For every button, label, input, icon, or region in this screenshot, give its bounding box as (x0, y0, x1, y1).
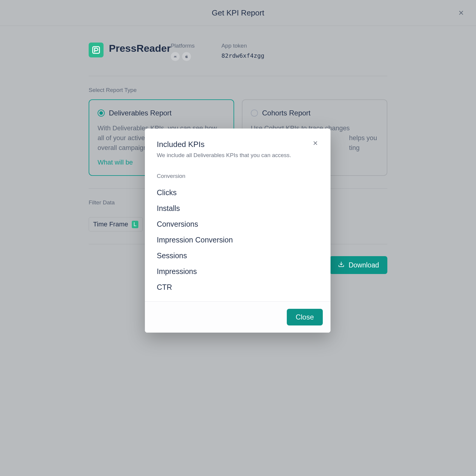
popup-title: Included KPIs (157, 140, 204, 149)
app-logo-icon (89, 43, 104, 57)
kpi-item: Impression Conversion (157, 232, 319, 248)
token-label: App token (221, 43, 264, 49)
kpi-item: Clicks (157, 185, 319, 201)
timeframe-label: Time Frame (93, 220, 128, 228)
report-type-label: Select Report Type (89, 87, 387, 93)
radio-cohorts[interactable] (251, 109, 258, 117)
kpi-item: Installs (157, 201, 319, 216)
token-value: 82rdw6xf4zgg (221, 52, 264, 59)
deliverables-title: Deliverables Report (109, 109, 172, 117)
svg-rect-0 (93, 47, 100, 54)
timeframe-filter[interactable]: Time Frame L (89, 217, 143, 231)
platforms-block: Platforms (171, 43, 195, 61)
download-button[interactable]: Download (330, 256, 387, 274)
cohorts-title: Cohorts Report (262, 109, 311, 117)
platforms-label: Platforms (171, 43, 195, 49)
included-kpis-popup: Included KPIs We include all Deliverable… (145, 129, 331, 333)
kpi-item: Conversions (157, 216, 319, 232)
panel-title: Get KPI Report (212, 8, 264, 18)
popup-footer: Close (145, 301, 331, 333)
kpi-item: CTR (157, 279, 319, 295)
popup-subtitle: We include all Deliverables KPIs that yo… (145, 152, 331, 165)
close-icon[interactable] (458, 9, 465, 16)
app-name: PressReader (109, 43, 171, 54)
panel-header: Get KPI Report (0, 0, 476, 26)
card-head: Deliverables Report (98, 109, 225, 117)
app-meta: Platforms App token 82rdw6xf4zgg (171, 43, 264, 61)
token-block: App token 82rdw6xf4zgg (221, 43, 264, 61)
app-header-row: PressReader Platforms App token (89, 43, 387, 76)
close-icon[interactable] (312, 140, 319, 146)
close-button[interactable]: Close (287, 309, 323, 325)
group-conversion: Conversion (157, 173, 319, 179)
download-label: Download (349, 261, 379, 269)
download-icon (338, 261, 345, 269)
kpi-item: Sessions (157, 248, 319, 264)
radio-deliverables[interactable] (98, 109, 105, 117)
kpi-item: Impressions (157, 264, 319, 279)
card-head: Cohorts Report (251, 109, 378, 117)
apple-icon (182, 52, 191, 61)
timeframe-tag: L (132, 221, 138, 228)
popup-header: Included KPIs (145, 129, 331, 152)
popup-body[interactable]: Conversion Clicks Installs Conversions I… (145, 165, 331, 301)
android-icon (171, 52, 180, 61)
platform-icons (171, 52, 195, 61)
